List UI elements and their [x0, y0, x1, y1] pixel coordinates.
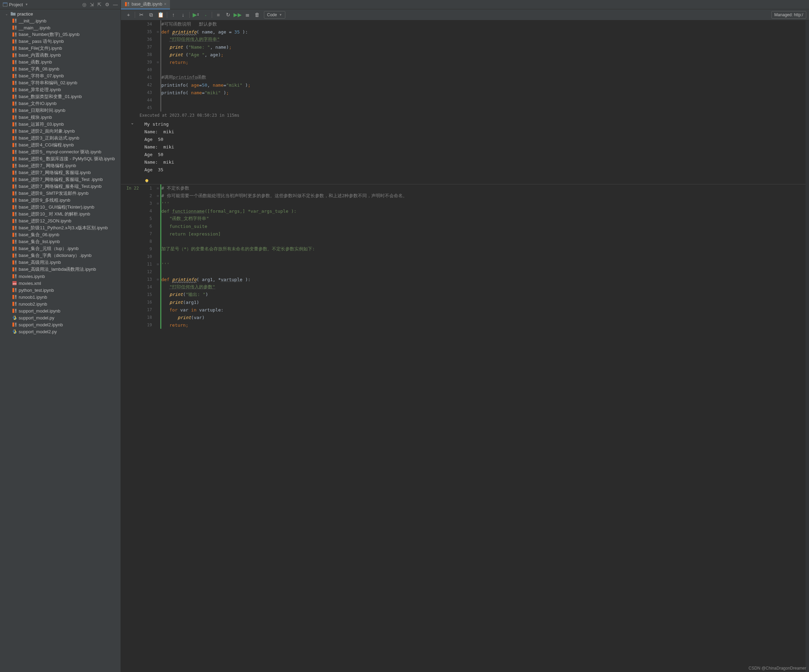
tree-item[interactable]: base_进阶4_CGI编程.ipynb — [0, 142, 121, 149]
code-line[interactable]: 34#可写函数说明 默认参数 — [142, 20, 809, 28]
tree-item[interactable]: __init__.ipynb — [0, 17, 121, 24]
code-line[interactable]: 12 — [142, 268, 809, 276]
tree-item[interactable]: base_进阶7_ 网络编程.ipynb — [0, 162, 121, 169]
code-line[interactable]: 44 — [142, 96, 809, 104]
hide-icon[interactable]: — — [113, 2, 118, 7]
code-line[interactable]: 14 "打印任何传入的参数" — [142, 283, 809, 291]
tree-item[interactable]: base_进阶6_ 数据库连接 - PyMySQL 驱动.ipynb — [0, 156, 121, 162]
tree-item[interactable]: base_高级用法_lambda函数用法.ipynb — [0, 266, 121, 273]
tree-item[interactable]: base_文件IO.ipynb — [0, 100, 121, 107]
code-line[interactable]: 11⊟''' — [142, 260, 809, 268]
kernel-status[interactable]: Managed: http:/ — [771, 11, 806, 18]
tree-item[interactable]: base_集合_元组（tup）.ipynb — [0, 245, 121, 252]
tree-item[interactable]: base_进阶12_JSON.ipynb — [0, 218, 121, 225]
fold-icon[interactable]: ⊟ — [156, 186, 160, 190]
sidebar-title[interactable]: Project — [9, 2, 23, 7]
chevron-icon[interactable]: ⌄ — [4, 12, 9, 16]
code-line[interactable]: 3⊟''' — [142, 199, 809, 207]
settings-icon[interactable]: ⚙ — [105, 2, 109, 7]
tree-item[interactable]: base_内置函数.ipynb — [0, 52, 121, 59]
code-line[interactable]: 7 return [expression] — [142, 230, 809, 238]
code-line[interactable]: 39⊟ return; — [142, 59, 809, 66]
paste-button[interactable]: 📋 — [156, 9, 166, 20]
tree-item[interactable]: python_test.ipynb — [0, 287, 121, 293]
add-cell-button[interactable]: + — [124, 9, 133, 20]
debug-cell-button[interactable]: ⬫ — [201, 9, 210, 20]
tree-item[interactable]: base_高级用法.ipynb — [0, 259, 121, 266]
code-line[interactable]: 45 — [142, 104, 809, 112]
code-line[interactable]: 43printinfo( name="miki" ); — [142, 89, 809, 96]
tree-item[interactable]: base_集合_字典（dictionary）.ipynb — [0, 252, 121, 259]
code-line[interactable]: 37 print ("Name: ", name); — [142, 43, 809, 51]
fold-icon[interactable]: ⊟ — [156, 278, 160, 281]
tree-item[interactable]: base_函数.ipynb — [0, 59, 121, 65]
tree-item[interactable]: support_model2.py — [0, 328, 121, 335]
tree-item[interactable]: base_运算符_03.ipynb — [0, 121, 121, 128]
stop-button[interactable]: ■ — [213, 9, 223, 20]
tree-item[interactable]: xmlmovies.xml — [0, 280, 121, 287]
code-line[interactable]: 9加了星号（*）的变量名会存放所有未命名的变量参数。不定长参数实例如下: — [142, 245, 809, 253]
code-line[interactable]: 18 print(var) — [142, 313, 809, 321]
fold-icon[interactable]: ⊟ — [156, 202, 160, 205]
expand-all-icon[interactable]: ⇲ — [90, 2, 94, 7]
tree-item[interactable]: base_字符串和编码_02.ipynb — [0, 79, 121, 86]
code-line[interactable]: 19 return; — [142, 321, 809, 329]
code-line[interactable]: 10 — [142, 253, 809, 260]
tree-item[interactable]: base_ pass 语句.ipynb — [0, 38, 121, 45]
tree-item[interactable]: base_字典_08.ipynb — [0, 65, 121, 72]
tree-item[interactable]: base_File(文件).ipynb — [0, 45, 121, 52]
select-opened-icon[interactable]: ◎ — [82, 2, 86, 7]
tree-item[interactable]: base_进阶7_网络编程_客服端_Test .ipynb — [0, 176, 121, 183]
tree-item[interactable]: base_数据类型和变量_01.ipynb — [0, 93, 121, 100]
cut-button[interactable]: ✂ — [136, 9, 146, 20]
tree-item[interactable]: base_模块.ipynb — [0, 114, 121, 121]
code-cell[interactable]: 34#可写函数说明 默认参数35⊟def printinfo( name, ag… — [121, 20, 809, 112]
code-line[interactable]: 35⊟def printinfo( name, age = 35 ): — [142, 28, 809, 35]
collapse-output-icon[interactable]: ⌄ — [131, 121, 134, 126]
tree-item[interactable]: __main__.ipynb — [0, 24, 121, 31]
tree-item[interactable]: base_字符串_07.ipynb — [0, 72, 121, 79]
chevron-down-icon[interactable]: ▼ — [25, 3, 28, 6]
tree-item[interactable]: base_集合_06.ipynb — [0, 231, 121, 238]
code-line[interactable]: 36 "打印任何传入的字符串" — [142, 35, 809, 43]
tree-item[interactable]: support_model.py — [0, 314, 121, 321]
code-line[interactable]: 42printinfo( age=50, name="miki" ); — [142, 81, 809, 89]
tree-item[interactable]: base_日期和时间.ipynb — [0, 107, 121, 114]
code-line[interactable]: 16 print(arg1) — [142, 298, 809, 306]
code-cell[interactable]: In 22 1⊟# 不定长参数2⊟# 你可能需要一个函数能处理比当初声明时更多的… — [121, 184, 809, 329]
tree-item[interactable]: base_ Number(数字)_05.ipynb — [0, 31, 121, 38]
code-line[interactable]: 6 function_suite — [142, 222, 809, 230]
code-line[interactable]: 40 — [142, 66, 809, 74]
collapse-all-icon[interactable]: ⇱ — [97, 2, 102, 7]
tree-item[interactable]: base_进阶9_多线程.ipynb — [0, 197, 121, 204]
tree-item[interactable]: ⌄practice — [0, 10, 121, 17]
tree-item[interactable]: base_进阶7_网络编程_服务端_Test.ipynb — [0, 183, 121, 190]
copy-button[interactable]: ⧉ — [146, 9, 156, 20]
close-icon[interactable]: × — [164, 2, 166, 7]
move-up-button[interactable]: ↑ — [169, 9, 178, 20]
code-line[interactable]: 13⊟def printinfo( arg1, *vartuple ): — [142, 276, 809, 283]
tree-item[interactable]: base_进阶10_ GUI编程(Tkinter).ipynb — [0, 204, 121, 211]
move-down-button[interactable]: ↓ — [178, 9, 188, 20]
tree-item[interactable]: base_进阶2_面向对象.ipynb — [0, 128, 121, 135]
fold-icon[interactable]: ⊟ — [156, 30, 160, 34]
tree-item[interactable]: base_进阶3_正则表达式.ipynb — [0, 135, 121, 142]
delete-button[interactable]: 🗑 — [252, 9, 262, 20]
code-line[interactable]: 15 print("输出: ") — [142, 291, 809, 298]
tree-item[interactable]: runoob1.ipynb — [0, 293, 121, 300]
intention-bulb[interactable] — [121, 177, 809, 184]
tree-item[interactable]: support_model2.ipynb — [0, 321, 121, 328]
code-line[interactable]: 2⊟# 你可能需要一个函数能处理比当初声明时更多的参数。这些参数叫做不定长参数，… — [142, 192, 809, 199]
variables-button[interactable]: ≣ — [242, 9, 252, 20]
tree-item[interactable]: base_阶级11_Python2.x与3.x版本区别.ipynb — [0, 225, 121, 231]
editor-tab[interactable]: base_函数.ipynb × — [121, 0, 170, 9]
code-line[interactable]: 1⊟# 不定长参数 — [142, 184, 809, 192]
tree-item[interactable]: support_model.ipynb — [0, 307, 121, 314]
tree-item[interactable]: base_进阶7_网络编程_客服端.ipynb — [0, 169, 121, 176]
tree-item[interactable]: runoob2.ipynb — [0, 300, 121, 307]
run-cell-button[interactable]: ▶↧ — [191, 9, 201, 20]
code-line[interactable]: 4def functionname([formal_args,] *var_ar… — [142, 207, 809, 215]
code-line[interactable]: 41#调用printinfo函数 — [142, 74, 809, 81]
fold-icon[interactable]: ⊟ — [156, 194, 160, 198]
tree-item[interactable]: base_集合_list.ipynb — [0, 238, 121, 245]
